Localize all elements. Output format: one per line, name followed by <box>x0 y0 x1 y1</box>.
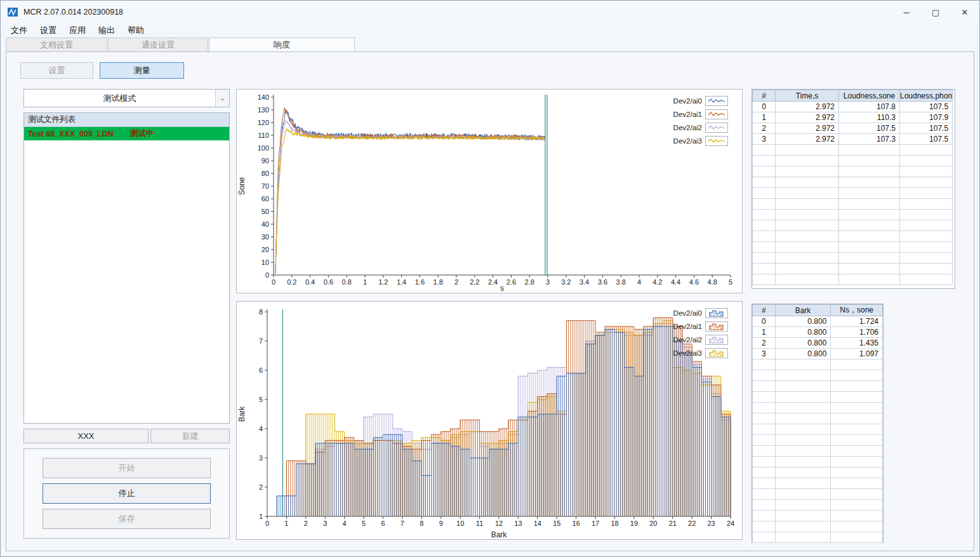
table-header-cell[interactable]: Bark <box>775 305 831 316</box>
legend-label: Dev2/ai0 <box>673 97 702 105</box>
svg-text:13: 13 <box>514 520 522 527</box>
table-row[interactable] <box>753 381 883 392</box>
table-row[interactable] <box>753 413 883 424</box>
table-row[interactable] <box>753 274 953 285</box>
menu-settings[interactable]: 设置 <box>34 23 63 37</box>
list-item[interactable]: Test 88_XXX_009_LDN 测试中 <box>24 127 229 140</box>
svg-text:Bark: Bark <box>491 530 508 539</box>
table-cell <box>775 403 831 413</box>
svg-text:80: 80 <box>262 170 269 177</box>
table-row[interactable] <box>753 220 953 231</box>
table-row[interactable] <box>753 532 883 543</box>
table-cell <box>831 381 883 392</box>
table-row[interactable] <box>753 500 883 511</box>
svg-text:2.2: 2.2 <box>470 278 479 286</box>
table-cell: 107.5 <box>900 134 953 145</box>
table-header-cell[interactable]: Ns，sone <box>831 305 883 316</box>
svg-text:9: 9 <box>439 520 443 527</box>
chevron-down-icon[interactable]: ⌄ <box>215 90 229 107</box>
table-row[interactable] <box>753 489 883 500</box>
table-row[interactable] <box>753 457 883 467</box>
table-cell <box>839 264 900 274</box>
svg-text:18: 18 <box>611 520 618 527</box>
table-row[interactable] <box>753 188 953 199</box>
maximize-icon[interactable]: ▢ <box>921 1 950 23</box>
table-row[interactable] <box>753 156 953 166</box>
table-row[interactable] <box>753 435 883 446</box>
table-cell <box>753 392 776 403</box>
table-row[interactable] <box>753 521 883 532</box>
menu-help[interactable]: 帮助 <box>121 23 150 37</box>
menu-apply[interactable]: 应用 <box>63 23 92 37</box>
table-header-cell[interactable]: Loudness,phon <box>900 90 953 102</box>
bark-spectrum-chart[interactable]: 1234567801234567891011121314151617181920… <box>237 302 742 539</box>
table-cell <box>776 210 839 220</box>
table-row[interactable] <box>753 177 953 188</box>
table-row[interactable]: 02.972107.8107.5 <box>753 102 953 112</box>
table-row[interactable] <box>753 253 953 264</box>
svg-text:3: 3 <box>259 454 263 462</box>
test-mode-dropdown[interactable]: 测试模式 ⌄ <box>23 89 230 107</box>
svg-text:23: 23 <box>707 520 715 527</box>
new-button[interactable]: 新建 <box>150 429 230 443</box>
table-row[interactable]: 12.972110.3107.9 <box>753 112 953 123</box>
table-row[interactable]: 30.8001.097 <box>753 349 883 359</box>
xxx-button[interactable]: XXX <box>23 429 149 443</box>
table-cell <box>831 392 883 403</box>
table-row[interactable]: 10.8001.706 <box>753 327 883 338</box>
file-status: 测试中 <box>130 128 154 139</box>
table-cell <box>839 166 900 177</box>
loudness-result-table: #Time,sLoudness,soneLoudness,phon02.9721… <box>752 89 955 289</box>
table-row[interactable] <box>753 166 953 177</box>
table-row[interactable] <box>753 231 953 242</box>
table-row[interactable] <box>753 511 883 521</box>
legend-label: Dev2/ai1 <box>673 111 702 118</box>
table-row[interactable] <box>753 467 883 478</box>
table-header-cell[interactable]: Loudness,sone <box>839 90 900 102</box>
table-row[interactable] <box>753 424 883 435</box>
svg-text:2.6: 2.6 <box>507 278 516 286</box>
table-cell <box>776 177 839 188</box>
table-row[interactable] <box>753 446 883 457</box>
table-row[interactable]: 32.972107.3107.5 <box>753 134 953 145</box>
table-row[interactable]: 22.972107.5107.5 <box>753 123 953 134</box>
table-header-cell[interactable]: # <box>753 305 776 316</box>
close-icon[interactable]: ✕ <box>950 1 979 23</box>
table-header-cell[interactable]: Time,s <box>776 90 839 102</box>
legend-item: Dev2/ai3 <box>673 135 728 147</box>
table-row[interactable]: 20.8001.435 <box>753 338 883 349</box>
svg-text:0.4: 0.4 <box>305 278 315 286</box>
table-row[interactable] <box>753 392 883 403</box>
svg-text:2: 2 <box>304 520 308 527</box>
table-cell <box>839 145 900 156</box>
stop-button[interactable]: 停止 <box>43 483 211 504</box>
subtab-measure[interactable]: 测量 <box>100 62 184 79</box>
tab-loudness[interactable]: 响度 <box>209 37 355 51</box>
minimize-icon[interactable]: ─ <box>892 1 921 23</box>
table-cell: 1 <box>753 327 776 338</box>
start-button[interactable]: 开始 <box>43 458 211 478</box>
subtab-settings[interactable]: 设置 <box>20 62 93 79</box>
tab-channel-settings[interactable]: 通道设置 <box>108 37 208 51</box>
table-row[interactable] <box>753 264 953 274</box>
save-button[interactable]: 保存 <box>43 509 211 529</box>
table-row[interactable] <box>753 370 883 381</box>
table-row[interactable]: 00.8001.724 <box>753 316 883 327</box>
table-row[interactable] <box>753 242 953 253</box>
table-row[interactable] <box>753 403 883 413</box>
table-row[interactable] <box>753 359 883 370</box>
table-row[interactable] <box>753 145 953 156</box>
svg-text:19: 19 <box>630 520 638 527</box>
loudness-time-chart[interactable]: 010203040506070809010011012013014000.20.… <box>237 90 742 293</box>
data-grid: #BarkNs，sone00.8001.72410.8001.70620.800… <box>752 304 883 543</box>
table-row[interactable] <box>753 199 953 210</box>
table-cell <box>900 253 953 264</box>
menu-output[interactable]: 输出 <box>92 23 121 37</box>
tab-document-settings[interactable]: 文档设置 <box>6 37 107 51</box>
table-row[interactable] <box>753 478 883 489</box>
svg-text:20: 20 <box>649 520 657 527</box>
svg-text:1.2: 1.2 <box>378 278 388 286</box>
table-header-cell[interactable]: # <box>753 90 776 102</box>
table-row[interactable] <box>753 210 953 220</box>
menu-file[interactable]: 文件 <box>4 23 34 37</box>
